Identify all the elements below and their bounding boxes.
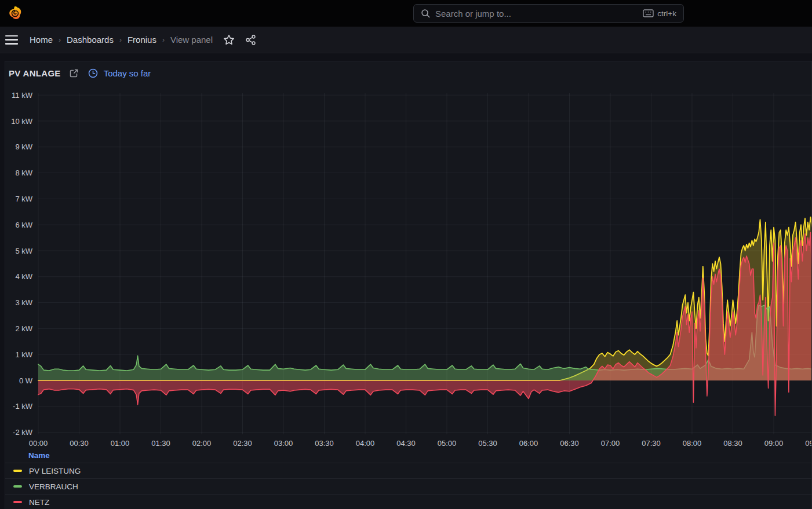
x-tick-label: 02:30 [233,439,252,448]
search-icon [421,9,430,18]
x-tick-label: 04:30 [396,439,416,448]
y-tick-label: 11 kW [12,91,33,100]
y-tick-label: 8 kW [15,169,32,177]
menu-toggle-icon[interactable] [5,35,18,45]
x-tick-label: 00:30 [70,439,89,448]
x-tick-label: 09:30 [805,439,812,448]
y-tick-label: 2 kW [15,324,32,333]
time-range-label[interactable]: Today so far [104,68,151,78]
grafana-logo[interactable] [7,5,23,21]
x-tick-label: 05:30 [478,439,497,448]
series-label: NETZ [29,498,49,507]
panel-header[interactable]: PV ANLAGE Today so far [5,61,811,85]
breadcrumb-home[interactable]: Home [30,35,53,45]
x-tick-label: 01:30 [151,439,170,448]
external-link-icon[interactable] [69,68,79,78]
y-tick-label: 9 kW [15,142,32,151]
breadcrumb-dashboards[interactable]: Dashboards [67,35,114,45]
y-tick-label: 0 W [19,376,33,385]
x-tick-label: 03:30 [315,439,334,448]
y-tick-label: 1 kW [15,350,32,359]
series-color-swatch [13,501,22,504]
y-tick-label: 7 kW [15,195,32,203]
x-tick-label: 01:00 [111,439,130,448]
y-tick-label: 3 kW [15,298,32,307]
chevron-right-icon: › [162,36,165,44]
series-label: VERBRAUCH [29,482,78,491]
y-tick-label: 5 kW [15,247,32,255]
breadcrumb-fronius[interactable]: Fronius [128,35,156,45]
chart-area[interactable]: 11 kW10 kW9 kW8 kW7 kW6 kW5 kW4 kW3 kW2 … [5,89,812,450]
series-color-swatch [13,470,22,473]
y-tick-label: -1 kW [13,402,33,411]
search-placeholder: Search or jump to... [435,9,638,19]
x-tick-label: 00:00 [29,439,48,448]
keyboard-icon [643,9,654,17]
x-tick-label: 07:30 [642,439,661,448]
x-tick-label: 09:00 [764,439,784,448]
x-tick-label: 08:30 [723,439,742,448]
y-tick-label: 6 kW [15,221,32,229]
share-button[interactable] [245,34,257,46]
star-button[interactable] [223,34,235,46]
panel-title: PV ANLAGE [9,68,61,78]
chart-canvas: 11 kW10 kW9 kW8 kW7 kW6 kW5 kW4 kW3 kW2 … [5,89,812,450]
breadcrumb-current: View panel [170,35,213,45]
series-label: PV LEISTUNG [29,467,81,475]
legend: Name PV LEISTUNGVERBRAUCHNETZ [5,449,812,509]
legend-row[interactable]: VERBRAUCH [5,478,812,494]
x-tick-label: 03:00 [274,439,293,448]
breadcrumb: Home › Dashboards › Fronius › View panel [30,35,213,45]
x-tick-label: 05:00 [438,439,457,448]
legend-row[interactable]: NETZ [5,494,812,509]
legend-row[interactable]: PV LEISTUNG [5,463,812,478]
chevron-right-icon: › [59,36,61,44]
top-bar: Search or jump to... ctrl+k [0,0,812,27]
panel-pv-anlage: PV ANLAGE Today so far 11 kW10 kW9 kW8 k… [5,61,812,509]
series-color-swatch [13,485,22,488]
y-tick-label: 4 kW [15,272,32,281]
shortcut-hint: ctrl+k [643,9,676,18]
clock-icon [88,68,98,78]
x-tick-label: 06:30 [560,439,579,448]
search-input[interactable]: Search or jump to... ctrl+k [413,4,684,23]
chevron-right-icon: › [119,36,122,44]
x-tick-label: 02:00 [192,439,212,448]
x-tick-label: 08:00 [683,439,702,448]
x-tick-label: 07:00 [601,439,620,448]
nav-bar: Home › Dashboards › Fronius › View panel [0,27,812,53]
legend-column-name[interactable]: Name [5,449,812,463]
x-tick-label: 06:00 [519,439,538,448]
x-tick-label: 04:00 [356,439,375,448]
y-tick-label: 10 kW [11,117,33,126]
y-tick-label: -2 kW [13,428,33,437]
